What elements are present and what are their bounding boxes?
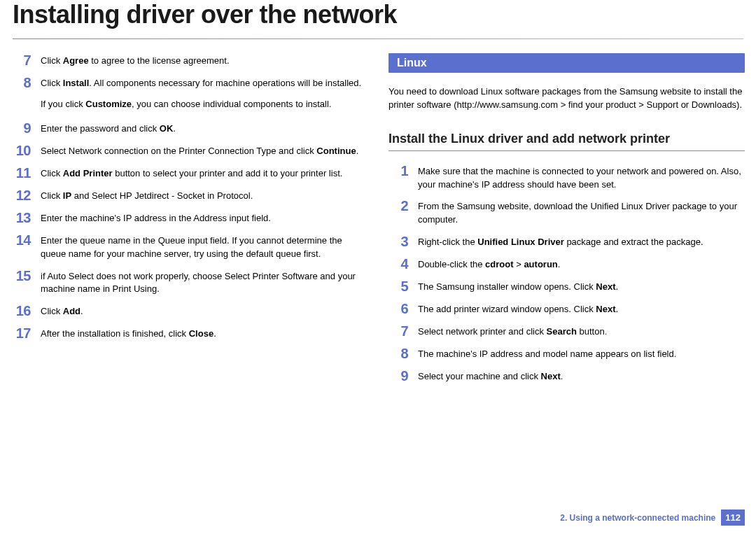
step-number: 8 — [388, 346, 408, 361]
step-number: 9 — [11, 121, 31, 136]
page-header: Installing driver over the network — [0, 0, 756, 36]
page-title: Installing driver over the network — [13, 0, 743, 29]
step-number: 2 — [388, 199, 408, 213]
step-number: 15 — [11, 269, 31, 283]
step-body: Click Add Printer button to select your … — [41, 166, 368, 181]
step: 4Double-click the cdroot > autorun. — [388, 257, 745, 272]
step-number: 10 — [11, 143, 31, 158]
step-number: 8 — [11, 76, 31, 90]
step-number: 13 — [11, 211, 31, 225]
step-body: Enter the queue name in the Queue input … — [41, 233, 368, 261]
step-body: Select network printer and click Search … — [418, 324, 745, 339]
step: 16Click Add. — [11, 304, 368, 318]
step: 5The Samsung installer window opens. Cli… — [388, 279, 745, 294]
page-footer: 2. Using a network-connected machine 112 — [560, 510, 745, 526]
step-number: 14 — [11, 233, 31, 248]
step: 10Select Network connection on the Print… — [11, 143, 368, 158]
step-body: Enter the machine's IP address in the Ad… — [41, 211, 368, 225]
step: 8Click Install. All components necessary… — [11, 76, 368, 90]
step: 3Right-click the Unified Linux Driver pa… — [388, 234, 745, 249]
columns: 7Click Agree to agree to the license agr… — [0, 39, 756, 391]
step-number: 9 — [388, 369, 408, 384]
step: 13Enter the machine's IP address in the … — [11, 211, 368, 225]
right-column: LinuxYou need to download Linux software… — [388, 53, 745, 391]
step: 7Click Agree to agree to the license agr… — [11, 53, 368, 68]
step-number: 17 — [11, 326, 31, 341]
section-intro: You need to download Linux software pack… — [388, 85, 745, 112]
step-body: The add printer wizard window opens. Cli… — [418, 302, 745, 316]
step-body: if Auto Select does not work properly, c… — [41, 269, 368, 297]
step-body: Enter the password and click OK. — [41, 121, 368, 136]
step-body: Click Add. — [41, 304, 368, 318]
step-number: 1 — [388, 164, 408, 178]
section-bar-linux: Linux — [388, 53, 745, 73]
step: 1Make sure that the machine is connected… — [388, 164, 745, 192]
step-number: 7 — [388, 324, 408, 339]
step-body: The Samsung installer window opens. Clic… — [418, 279, 745, 294]
step-body: Click IP and Select HP Jetdirect - Socke… — [41, 188, 368, 203]
step: 11Click Add Printer button to select you… — [11, 166, 368, 181]
step-body: From the Samsung website, download the U… — [418, 199, 745, 227]
step-number: 11 — [11, 166, 31, 181]
subheading-install-linux: Install the Linux driver and add network… — [388, 132, 745, 151]
step: 9Enter the password and click OK. — [11, 121, 368, 136]
step: 17After the installation is finished, cl… — [11, 326, 368, 341]
step: 14Enter the queue name in the Queue inpu… — [11, 233, 368, 261]
step: 8The machine's IP address and model name… — [388, 346, 745, 361]
step: 6The add printer wizard window opens. Cl… — [388, 302, 745, 316]
step-number: 7 — [11, 53, 31, 68]
step: 9Select your machine and click Next. — [388, 369, 745, 384]
step-body: Select Network connection on the Printer… — [41, 143, 368, 158]
step: 2From the Samsung website, download the … — [388, 199, 745, 227]
step-body: Double-click the cdroot > autorun. — [418, 257, 745, 272]
step-number: 12 — [11, 188, 31, 203]
step: 7Select network printer and click Search… — [388, 324, 745, 339]
step-note: If you click Customize, you can choose i… — [41, 98, 368, 111]
step-body: After the installation is finished, clic… — [41, 326, 368, 341]
footer-chapter: 2. Using a network-connected machine — [560, 513, 715, 523]
step-number: 3 — [388, 234, 408, 249]
step: 12Click IP and Select HP Jetdirect - Soc… — [11, 188, 368, 203]
left-column: 7Click Agree to agree to the license agr… — [11, 53, 368, 391]
step-body: Make sure that the machine is connected … — [418, 164, 745, 192]
step-body: Right-click the Unified Linux Driver pac… — [418, 234, 745, 249]
step-number: 6 — [388, 302, 408, 316]
step-number: 16 — [11, 304, 31, 318]
step-body: The machine's IP address and model name … — [418, 346, 745, 361]
step-body: Click Install. All components necessary … — [41, 76, 368, 90]
step-body: Select your machine and click Next. — [418, 369, 745, 384]
step-number: 5 — [388, 279, 408, 294]
step-body: Click Agree to agree to the license agre… — [41, 53, 368, 68]
step-number: 4 — [388, 257, 408, 272]
footer-page-number: 112 — [721, 510, 745, 526]
step: 15if Auto Select does not work properly,… — [11, 269, 368, 297]
